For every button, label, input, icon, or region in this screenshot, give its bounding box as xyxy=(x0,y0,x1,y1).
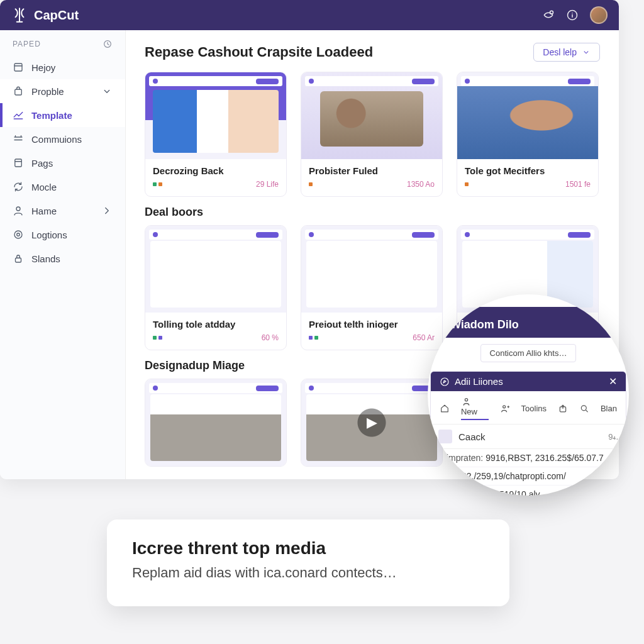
info-val: 0010/2.519/10 aly xyxy=(470,489,540,496)
sidebar-item-label: Hejoy xyxy=(31,62,55,73)
zoom-search-trailing: 9₄. xyxy=(608,432,618,441)
close-icon[interactable]: ✕ xyxy=(609,375,617,387)
refresh-icon xyxy=(13,181,24,192)
bag-icon xyxy=(13,86,24,97)
info-val: 9916,RBST, 2316.25$/65.07.7 xyxy=(486,453,604,463)
svg-point-12 xyxy=(502,405,505,408)
sidebar-item-hejoy[interactable]: Hejoy xyxy=(0,55,125,79)
card-title: Probister Fuled xyxy=(309,165,435,176)
avatar[interactable] xyxy=(590,6,608,24)
user-icon xyxy=(13,205,24,216)
zoom-chip[interactable]: Conticom Allio khts… xyxy=(480,344,577,362)
page-title: Repase Cashout Crapsite Loadeed xyxy=(145,44,373,60)
template-card[interactable] xyxy=(301,379,443,467)
zoom-search-input[interactable] xyxy=(458,431,602,442)
person-add-icon[interactable] xyxy=(500,403,510,414)
svg-rect-5 xyxy=(15,159,22,167)
card-dots xyxy=(153,182,162,186)
svg-rect-9 xyxy=(16,258,21,262)
card-meta: 29 Life xyxy=(256,180,279,189)
zoom-panel-header: Adii Liiones ✕ xyxy=(431,372,626,391)
card-thumbnail xyxy=(457,72,598,159)
card-thumbnail xyxy=(145,226,286,313)
svg-point-14 xyxy=(581,405,586,410)
sidebar-item-label: Logtions xyxy=(31,230,67,240)
sidebar-item-mocle[interactable]: Mocle xyxy=(0,175,125,199)
card-meta: 1350 Ao xyxy=(407,180,435,189)
sidebar-section-header: PAPED xyxy=(0,39,125,55)
template-card[interactable]: Tolling tole atdday 60 % xyxy=(145,225,287,350)
card-thumbnail xyxy=(301,379,442,466)
card-dots xyxy=(465,182,469,186)
zoom-info-line: Oimpraten: 9916,RBST, 2316.25$/65.07.7 xyxy=(431,449,626,467)
sidebar-item-label: Pags xyxy=(31,158,53,169)
tab-toolins[interactable]: Toolins xyxy=(521,404,547,413)
chevron-down-icon xyxy=(582,48,591,57)
section-title: Deal boors xyxy=(145,206,600,219)
app-header: CapCut xyxy=(0,0,619,30)
page-icon xyxy=(13,157,24,169)
card-title: Decrozing Back xyxy=(153,165,279,176)
template-icon xyxy=(13,109,24,121)
card-dots xyxy=(153,336,162,340)
logo-icon xyxy=(11,7,28,23)
card-dots xyxy=(309,336,318,340)
sidebar-item-logtions[interactable]: Logtions xyxy=(0,223,125,247)
sidebar-item-label: Hame xyxy=(31,206,57,216)
card-title: Tole got Mecitfers xyxy=(465,165,591,176)
notification-icon[interactable] xyxy=(542,9,555,21)
info-key: finesct: xyxy=(440,489,467,496)
sidebar: PAPED Hejoy Propble Template Commuions xyxy=(0,30,126,479)
brand-name: CapCut xyxy=(34,8,79,23)
info-icon[interactable] xyxy=(566,9,579,21)
svg-point-7 xyxy=(14,231,22,238)
svg-point-8 xyxy=(17,233,20,236)
svg-point-6 xyxy=(16,207,20,211)
tab-label: New xyxy=(461,407,477,416)
clock-icon[interactable] xyxy=(103,39,113,49)
box-icon xyxy=(13,62,24,73)
lock-icon xyxy=(13,253,24,264)
card-thumbnail xyxy=(145,379,286,466)
help-dropdown[interactable]: Desl lelp xyxy=(533,43,600,62)
promo-subtitle: Replam aid dias with ica.conard contects… xyxy=(132,565,484,581)
tab-new[interactable]: New xyxy=(461,396,489,420)
card-title: Preiout telth inioger xyxy=(309,319,435,330)
search-icon[interactable] xyxy=(579,403,589,414)
zoom-search-row: 9₄. xyxy=(431,425,626,449)
sidebar-item-commuions[interactable]: Commuions xyxy=(0,127,125,151)
card-thumbnail xyxy=(301,226,442,313)
promo-card: Iccree thrent top media Replam aid dias … xyxy=(107,519,509,606)
card-title: Tolling tole atdday xyxy=(153,319,279,330)
sidebar-item-hame[interactable]: Hame xyxy=(0,199,125,223)
target-icon xyxy=(13,229,24,240)
sidebar-item-template[interactable]: Template xyxy=(0,103,125,127)
template-card[interactable]: Preiout telth inioger 650 Ar xyxy=(301,225,443,350)
share-icon[interactable] xyxy=(558,403,568,414)
layers-icon xyxy=(13,133,24,145)
sidebar-item-propble[interactable]: Propble xyxy=(0,79,125,103)
tab-blan[interactable]: Blan xyxy=(601,404,617,413)
template-card[interactable]: Decrozing Back 29 Life xyxy=(145,72,287,197)
chevron-down-icon xyxy=(101,86,113,97)
person-icon xyxy=(461,396,472,407)
template-card[interactable]: Probister Fuled 1350 Ao xyxy=(301,72,443,197)
template-card[interactable]: Tole got Mecitfers 1501 fe xyxy=(457,72,599,197)
card-meta: 650 Ar xyxy=(413,333,435,342)
promo-title: Iccree thrent top media xyxy=(132,538,484,558)
chevron-right-icon xyxy=(101,205,113,216)
zoom-tabs: New Toolins Blan xyxy=(431,391,626,425)
sidebar-item-pags[interactable]: Pags xyxy=(0,151,125,175)
card-dots xyxy=(309,182,313,186)
template-card[interactable] xyxy=(145,379,287,467)
card-meta: 60 % xyxy=(262,333,279,342)
zoom-panel-title: Adii Liiones xyxy=(455,376,503,387)
sidebar-item-label: Propble xyxy=(31,86,64,97)
svg-point-11 xyxy=(465,399,467,401)
svg-rect-3 xyxy=(14,64,22,71)
sidebar-item-label: Template xyxy=(31,110,72,121)
brand-logo[interactable]: CapCut xyxy=(11,7,79,23)
sidebar-item-slands[interactable]: Slands xyxy=(0,247,125,270)
card-thumbnail xyxy=(145,72,286,159)
zoom-lens: Wiadom Dilo Conticom Allio khts… Adii Li… xyxy=(428,294,629,496)
